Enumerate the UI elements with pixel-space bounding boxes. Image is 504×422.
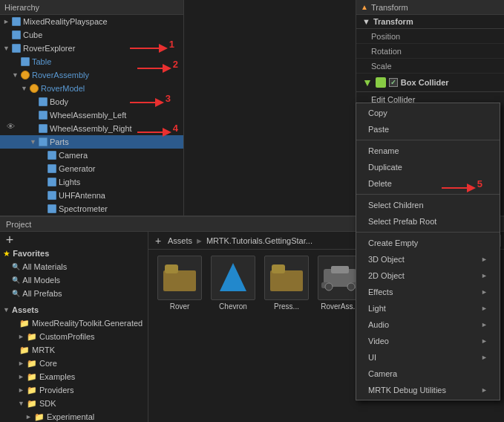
- favorites-item[interactable]: 🔍 All Prefabs: [0, 287, 148, 300]
- hierarchy-item-spectrometer[interactable]: Spectrometer: [0, 202, 183, 215]
- menu-item-camera[interactable]: Camera: [356, 366, 500, 382]
- inspector-rows: ▼TransformPositionRotationScale: [356, 15, 504, 74]
- project-add-button[interactable]: +: [0, 233, 148, 247]
- asset-thumbnail: [264, 256, 309, 300]
- menu-item-ui[interactable]: UI: [356, 349, 500, 366]
- hierarchy-item-lights[interactable]: Lights: [0, 175, 183, 189]
- transform-header: ▼Transform: [356, 15, 504, 29]
- menu-item-mrtk-debug-utilities[interactable]: MRTK Debug Utilities: [356, 382, 500, 398]
- svg-point-9: [347, 283, 355, 290]
- project-tree-item[interactable]: ► 📁 Experimental: [0, 410, 148, 422]
- project-tree-item[interactable]: ► 📁 Providers: [0, 383, 148, 397]
- asset-label: Rover: [170, 302, 190, 311]
- project-tree-item[interactable]: 📁 MRTK: [0, 343, 148, 357]
- collider-label: Box Collider: [401, 78, 449, 87]
- svg-marker-2: [220, 263, 246, 291]
- asset-item-press[interactable]: Press...: [261, 256, 312, 311]
- menu-item-2d-object[interactable]: 2D Object: [356, 267, 500, 284]
- svg-rect-10: [331, 266, 349, 273]
- hierarchy-item-uhfantenna[interactable]: UHFAntenna: [0, 189, 183, 202]
- menu-separator: [356, 194, 500, 195]
- asset-label: Press...: [274, 302, 299, 311]
- hierarchy-item-parts[interactable]: ▼Parts: [0, 135, 183, 149]
- project-tree-item[interactable]: ► 📁 Examples: [0, 370, 148, 383]
- add-asset-button[interactable]: +: [151, 234, 165, 247]
- asset-thumbnail: [211, 256, 255, 300]
- asset-label: RoverAss...: [321, 302, 359, 311]
- collider-arrow: ▼: [362, 77, 373, 88]
- svg-rect-1: [165, 264, 178, 273]
- inspector-title: Transform: [371, 3, 408, 12]
- svg-rect-3: [270, 270, 303, 291]
- project-tree[interactable]: +★ Favorites🔍 All Materials🔍 All Models🔍…: [0, 232, 148, 422]
- menu-item-delete[interactable]: Delete: [356, 175, 500, 192]
- asset-item-rover[interactable]: Rover: [154, 256, 205, 311]
- menu-item-video[interactable]: Video: [356, 333, 500, 349]
- menu-item-light[interactable]: Light: [356, 300, 500, 316]
- hierarchy-header: Hierarchy: [0, 0, 183, 15]
- menu-item-create-empty[interactable]: Create Empty: [356, 235, 500, 251]
- menu-item-paste[interactable]: Paste: [356, 121, 500, 137]
- hierarchy-item-roverassembly[interactable]: ▼RoverAssembly: [0, 68, 183, 82]
- project-title: Project: [6, 220, 31, 229]
- menu-item-rename[interactable]: Rename: [356, 143, 500, 159]
- svg-rect-0: [163, 270, 196, 291]
- breadcrumb-separator: ►: [195, 236, 203, 245]
- hierarchy-item-wheelassemblyright[interactable]: WheelAssembly_Right: [0, 122, 183, 135]
- hierarchy-item-camera[interactable]: Camera: [0, 149, 183, 162]
- favorites-item[interactable]: 🔍 All Models: [0, 273, 148, 287]
- asset-thumbnail: [157, 256, 202, 300]
- menu-item-select-prefab-root[interactable]: Select Prefab Root: [356, 213, 500, 230]
- menu-separator: [356, 140, 500, 140]
- hierarchy-item-wheelassemblyleft[interactable]: WheelAssembly_Left: [0, 108, 183, 122]
- menu-item-audio[interactable]: Audio: [356, 316, 500, 333]
- menu-item-3d-object[interactable]: 3D Object: [356, 251, 500, 267]
- hierarchy-item-generator[interactable]: Generator: [0, 162, 183, 175]
- inspector-row-scale: Scale: [356, 59, 504, 74]
- hierarchy-item-roverexplorer[interactable]: ▼RoverExplorer: [0, 42, 183, 55]
- asset-item-chevron[interactable]: Chevron: [208, 256, 258, 311]
- collider-checkbox[interactable]: ✓: [389, 78, 398, 87]
- menu-item-select-children[interactable]: Select Children: [356, 197, 500, 213]
- favorites-header[interactable]: ★ Favorites: [0, 247, 148, 260]
- svg-rect-4: [272, 264, 285, 273]
- hierarchy-panel: Hierarchy ►MixedRealityPlayspaceCube▼Rov…: [0, 0, 184, 215]
- menu-item-copy[interactable]: Copy: [356, 105, 500, 121]
- hierarchy-item-body[interactable]: Body: [0, 95, 183, 108]
- inspector-icon: ▲: [361, 3, 368, 11]
- svg-point-8: [325, 283, 333, 290]
- breadcrumb-item[interactable]: MRTK.Tutorials.GettingStar...: [206, 236, 312, 245]
- project-tree-item[interactable]: ► 📁 CustomProfiles: [0, 330, 148, 343]
- visibility-toggle[interactable]: 👁: [4, 120, 16, 132]
- inspector-row-rotation: Rotation: [356, 44, 504, 59]
- collider-header: ▼ ✓ Box Collider: [356, 74, 504, 92]
- assets-header[interactable]: ▼Assets: [0, 303, 148, 316]
- hierarchy-item-mixedreality[interactable]: ►MixedRealityPlayspace: [0, 15, 183, 28]
- project-tree-item[interactable]: 📁 MixedRealityToolkit.Generated: [0, 316, 148, 330]
- project-tree-item[interactable]: ► 📁 Core: [0, 357, 148, 370]
- hierarchy-item-cube[interactable]: Cube: [0, 28, 183, 42]
- favorites-item[interactable]: 🔍 All Materials: [0, 260, 148, 273]
- inspector-header: ▲ Transform: [356, 0, 504, 15]
- collider-icon: [376, 77, 386, 88]
- menu-item-duplicate[interactable]: Duplicate: [356, 159, 500, 175]
- inspector-row-position: Position: [356, 29, 504, 44]
- menu-separator: [356, 232, 500, 233]
- hierarchy-item-rovermodel[interactable]: ▼RoverModel: [0, 82, 183, 95]
- context-menu: CopyPasteRenameDuplicateDeleteSelect Chi…: [356, 103, 500, 400]
- breadcrumb-item[interactable]: Assets: [168, 236, 192, 245]
- menu-item-effects[interactable]: Effects: [356, 284, 500, 300]
- project-tree-item[interactable]: ▼ 📁 SDK: [0, 397, 148, 410]
- hierarchy-item-table[interactable]: Table: [0, 55, 183, 68]
- hierarchy-title: Hierarchy: [4, 3, 39, 12]
- asset-label: Chevron: [219, 302, 247, 311]
- hierarchy-content[interactable]: ►MixedRealityPlayspaceCube▼RoverExplorer…: [0, 15, 183, 215]
